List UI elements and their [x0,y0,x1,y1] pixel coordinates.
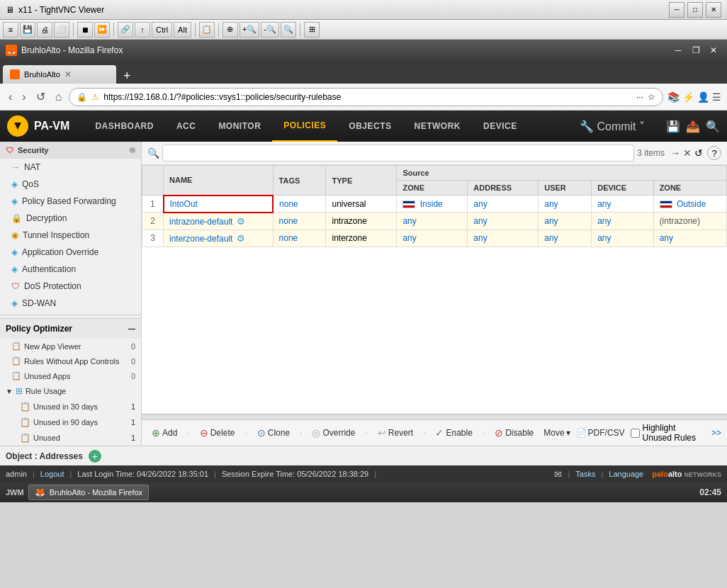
toolbar-btn-grid[interactable]: ⊞ [304,22,320,38]
url-clear-btn[interactable]: ··· [636,92,643,102]
row-1-zone-val[interactable]: Inside [420,199,443,209]
row-3-user-val[interactable]: any [544,233,558,243]
browser-tab-active[interactable]: BruhloAlto ✕ [3,65,116,84]
new-tab-button[interactable]: + [119,69,135,84]
nav-item-network[interactable]: NETWORK [403,111,473,142]
move-button[interactable]: Move ▾ [543,428,570,438]
upload-btn[interactable]: 📤 [686,116,700,136]
commit-button[interactable]: 🔧 Commit ˅ [570,116,655,136]
toolbar-btn-zoom-reset[interactable]: ⊕ [222,22,238,38]
toolbar-btn-box[interactable]: ⬜ [54,22,69,38]
row-1-user-val[interactable]: any [544,199,558,209]
forward-button[interactable]: › [19,89,28,105]
row-1-dest-zone-val[interactable]: Outside [677,199,706,209]
toolbar-btn-ctrl[interactable]: Ctrl [152,22,172,38]
rule-usage-unused-90[interactable]: 📋 Unused in 90 days 1 [0,414,141,430]
sidebar-item-nat[interactable]: → NAT · [0,159,141,176]
rule-usage-header[interactable]: ▼ ⊞ Rule Usage [0,383,141,399]
clone-button[interactable]: ⊙ Clone [253,426,294,440]
toolbar-btn-stop[interactable]: ⏹ [77,22,93,38]
more-button[interactable]: >> [711,428,721,438]
sidebar-item-tunnel[interactable]: ◉ Tunnel Inspection [0,227,141,244]
logout-link[interactable]: Logout [40,470,64,478]
profile-btn[interactable]: 👤 [697,91,709,103]
menu-btn[interactable]: ☰ [712,91,721,103]
row-1-addr-val[interactable]: any [473,199,487,209]
disable-button[interactable]: ⊘ Disable [490,426,538,440]
toolbar-btn-link[interactable]: 🔗 [118,22,133,38]
browser-minimize-btn[interactable]: ─ [670,43,686,58]
sidebar-item-qos[interactable]: ◈ QoS [0,176,141,193]
back-button[interactable]: ‹ [6,89,15,105]
row-2-zone-val[interactable]: any [402,216,416,226]
row-2-tags-val[interactable]: none [279,216,298,226]
sidebar-item-pbf[interactable]: ◈ Policy Based Forwarding [0,193,141,210]
sidebar-item-appoverride[interactable]: ◈ Application Override [0,244,141,261]
nav-item-device[interactable]: DEVICE [472,111,529,142]
taskbar-window[interactable]: 🦊 BruhloAlto - Mozilla Firefox [28,485,149,500]
minimize-button[interactable]: ─ [669,2,684,18]
nav-item-acc[interactable]: ACC [165,111,208,142]
row-1-tags-val[interactable]: none [279,199,298,209]
tab-close-btn[interactable]: ✕ [64,69,72,79]
revert-button[interactable]: ↩ Revert [373,426,417,440]
restore-button[interactable]: □ [687,2,703,18]
row-1-device-val[interactable]: any [597,199,611,209]
search-header-btn[interactable]: 🔍 [706,116,720,136]
row-2-device-val[interactable]: any [597,216,611,226]
nav-item-dashboard[interactable]: DASHBOARD [84,111,165,142]
add-button[interactable]: ⊕ Add [147,426,181,440]
refresh-btn[interactable]: ↺ [694,146,703,160]
row-3-zone-val[interactable]: any [402,233,416,243]
optimizer-collapse-btn[interactable]: ─ [128,323,135,334]
row-3-name-link[interactable]: interzone-default [169,234,232,244]
row-2-addr-val[interactable]: any [473,216,487,226]
mail-btn[interactable]: ✉ [554,469,562,480]
nav-item-objects[interactable]: OBJECTS [337,111,402,142]
toolbar-btn-forward[interactable]: ⏩ [94,22,110,38]
filter-close-btn[interactable]: ✕ [683,147,692,159]
row-2-name-link[interactable]: intrazone-default [169,217,232,227]
toolbar-btn-alt[interactable]: Alt [174,22,191,38]
optimizer-header[interactable]: Policy Optimizer ─ [0,318,141,339]
highlight-checkbox[interactable] [631,429,640,438]
save-config-btn[interactable]: 💾 [666,116,680,136]
toolbar-btn-save[interactable]: 💾 [20,22,35,38]
override-button[interactable]: ◎ Override [308,426,359,440]
browser-close-btn[interactable]: ✕ [706,43,721,58]
sidebar-item-sdwan[interactable]: ◈ SD-WAN [0,295,141,312]
home-button[interactable]: ⌂ [52,89,65,105]
object-add-button[interactable]: + [89,450,101,463]
delete-button[interactable]: ⊖ Delete [196,426,239,440]
sidebar-item-auth[interactable]: ◈ Authentication [0,261,141,278]
toolbar-btn-zoom-out[interactable]: -🔍 [261,22,279,38]
toolbar-btn-print[interactable]: 🖨 [37,22,52,38]
optimizer-item-new-app[interactable]: 📋 New App Viewer 0 [0,339,141,354]
close-button[interactable]: ✕ [706,2,721,18]
toolbar-btn-up[interactable]: ↑ [135,22,150,38]
row-3-device-val[interactable]: any [597,233,611,243]
sidebar-item-dos[interactable]: 🛡 DoS Protection [0,278,141,295]
row-1-name-link[interactable]: IntoOut [170,199,198,209]
toolbar-btn-clip[interactable]: 📋 [199,22,215,38]
row-3-tags-val[interactable]: none [279,233,298,243]
row-3-dest-zone-val[interactable]: any [660,233,673,243]
nav-item-monitor[interactable]: MONITOR [207,111,272,142]
browser-restore-btn[interactable]: ❐ [688,43,704,58]
search-input[interactable] [162,145,634,162]
rule-usage-unused-30[interactable]: 📋 Unused in 30 days 1 [0,399,141,414]
language-link[interactable]: Language [609,470,643,478]
bookmarks-btn[interactable]: 📚 [667,91,680,103]
toolbar-btn-zoom2[interactable]: 🔍 [281,22,296,38]
bookmark-btn[interactable]: ☆ [648,92,655,102]
pdf-csv-button[interactable]: 📄 PDF/CSV [576,428,625,438]
optimizer-item-no-app[interactable]: 📋 Rules Without App Controls 0 [0,354,141,368]
row-3-addr-val[interactable]: any [473,233,487,243]
url-input[interactable] [103,92,632,102]
sidebar-section-security[interactable]: 🛡 Security [0,142,141,159]
nav-item-policies[interactable]: POLICIES [272,111,337,142]
help-btn[interactable]: ? [707,146,721,160]
tasks-link[interactable]: Tasks [575,470,595,478]
sidebar-item-decryption[interactable]: 🔒 Decryption [0,210,141,227]
toolbar-btn-1[interactable]: ≡ [3,22,18,38]
